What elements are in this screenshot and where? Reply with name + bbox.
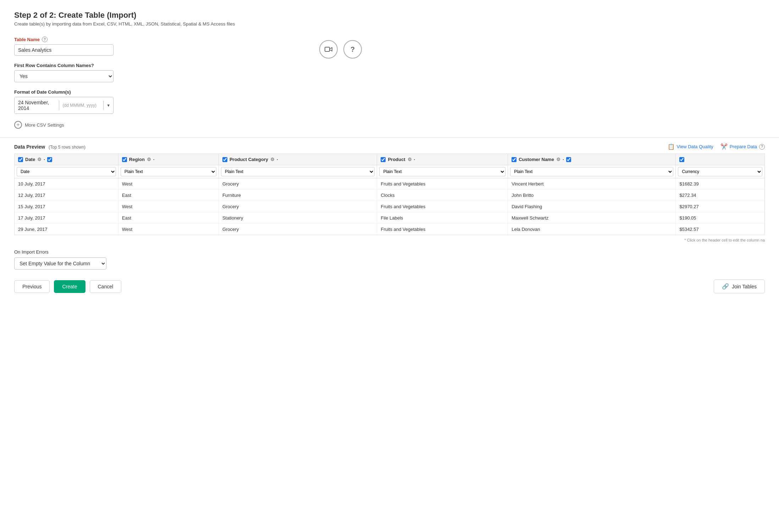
right-panel: ? [319,37,362,59]
col-type-product-category[interactable]: Plain Text Date Number [219,165,377,178]
data-preview-table: Date ⚙ · Region ⚙ · [15,154,764,235]
col-settings-customer-name[interactable]: ⚙ [556,157,560,162]
table-cell: Fruits and Vegetables [377,201,508,212]
table-cell: West [118,201,219,212]
table-body: 10 July, 2017WestGroceryFruits and Veget… [15,178,764,235]
section-divider [0,137,779,138]
table-cell: Fruits and Vegetables [377,224,508,235]
help-button[interactable]: ? [343,40,362,59]
on-import-select[interactable]: Set Empty Value for the Column Skip Row … [14,257,106,270]
page-title: Step 2 of 2: Create Table (Import) [14,11,765,20]
svg-rect-0 [325,47,330,51]
table-cell: Stationery [219,212,377,224]
col-type-region[interactable]: Plain Text Date Number [118,165,219,178]
type-select-date[interactable]: Date Plain Text Number [17,167,116,176]
col-type-amount[interactable]: Currency Plain Text Number [676,165,764,178]
date-format-value: 24 November, 2014 [15,97,59,113]
table-row: 15 July, 2017WestGroceryFruits and Veget… [15,201,764,212]
create-button[interactable]: Create [54,280,85,293]
prepare-data-icon: ✂️ [720,143,728,150]
table-cell: 29 June, 2017 [15,224,118,235]
table-cell: File Labels [377,212,508,224]
table-row: 12 July, 2017EastFurnitureClocksJohn Bri… [15,190,764,201]
col-header-region[interactable]: Region ⚙ · [118,154,219,165]
table-cell: East [118,190,219,201]
col-checkbox-region[interactable] [122,157,127,162]
col-header-customer-name[interactable]: Customer Name ⚙ · [508,154,676,165]
page-subtitle: Create table(s) by importing data from E… [14,21,765,27]
data-preview-subtitle: (Top 5 rows shown) [49,145,85,150]
col-checkbox-product[interactable] [381,157,386,162]
data-quality-icon: 📋 [668,143,675,150]
on-import-label: On Import Errors [14,249,765,255]
col-settings-date[interactable]: ⚙ [37,157,42,162]
bottom-actions: Previous Create Cancel 🔗 Join Tables [14,279,765,293]
col-checkbox-date[interactable] [18,157,23,162]
date-dropdown-icon[interactable]: ▼ [103,101,113,110]
table-cell: 17 July, 2017 [15,212,118,224]
col-header-product-category[interactable]: Product Category ⚙ · [219,154,377,165]
first-row-label: First Row Contains Column Names? [14,63,305,68]
video-icon [325,46,332,52]
prepare-data-help-icon[interactable]: ? [759,144,765,150]
col-header-amount[interactable] [676,154,764,165]
table-cell: Clocks [377,190,508,201]
table-cell: $1682.39 [676,178,764,190]
data-preview-title: Data Preview [14,144,45,150]
col-checkbox-customer-name2[interactable] [566,157,571,162]
table-row: 10 July, 2017WestGroceryFruits and Veget… [15,178,764,190]
col-checkbox-date2[interactable] [47,157,52,162]
table-cell: Lela Donovan [508,224,676,235]
col-header-product[interactable]: Product ⚙ · [377,154,508,165]
date-format-row: 24 November, 2014 (dd MMMM, yyyy) ▼ [14,97,114,114]
type-select-customer-name[interactable]: Plain Text Date Number [510,167,673,176]
table-cell: West [118,178,219,190]
data-table-wrapper: Date ⚙ · Region ⚙ · [14,154,765,235]
table-cell: Fruits and Vegetables [377,178,508,190]
table-cell: Vincent Herbert [508,178,676,190]
col-type-customer-name[interactable]: Plain Text Date Number [508,165,676,178]
col-checkbox-customer-name[interactable] [512,157,516,162]
table-cell: $190.05 [676,212,764,224]
click-note: * Click on the header cell to edit the c… [14,238,765,242]
first-row-select[interactable]: Yes No [14,70,114,82]
question-icon: ? [350,45,355,54]
table-name-input[interactable] [14,44,114,56]
type-select-product-category[interactable]: Plain Text Date Number [221,167,375,176]
table-cell: 15 July, 2017 [15,201,118,212]
first-row-field: First Row Contains Column Names? Yes No [14,63,305,82]
col-settings-region[interactable]: ⚙ [147,157,151,162]
table-cell: West [118,224,219,235]
type-select-amount[interactable]: Currency Plain Text Number [678,167,762,176]
col-settings-product-category[interactable]: ⚙ [270,157,275,162]
more-csv-settings[interactable]: + More CSV Settings [14,121,305,129]
join-tables-button[interactable]: 🔗 Join Tables [714,279,765,293]
table-cell: Grocery [219,201,377,212]
table-row: 29 June, 2017WestGroceryFruits and Veget… [15,224,764,235]
table-cell: $272.34 [676,190,764,201]
type-select-region[interactable]: Plain Text Date Number [121,167,216,176]
type-select-product[interactable]: Plain Text Date Number [379,167,505,176]
col-type-date[interactable]: Date Plain Text Number [15,165,118,178]
table-cell: Grocery [219,178,377,190]
table-cell: 12 July, 2017 [15,190,118,201]
date-format-label: Format of Date Column(s) [14,89,305,95]
table-cell: Furniture [219,190,377,201]
col-checkbox-product-category[interactable] [222,157,227,162]
table-row: 17 July, 2017EastStationeryFile LabelsMa… [15,212,764,224]
table-cell: Grocery [219,224,377,235]
col-type-product[interactable]: Plain Text Date Number [377,165,508,178]
data-preview-title-group: Data Preview (Top 5 rows shown) [14,144,85,150]
col-checkbox-amount[interactable] [679,157,684,162]
cancel-button[interactable]: Cancel [90,280,122,293]
video-button[interactable] [319,40,338,59]
previous-button[interactable]: Previous [14,280,50,293]
column-types-row: Date Plain Text Number Plain Text Date N… [15,165,764,178]
table-name-help-icon[interactable]: ? [42,37,48,42]
table-cell: David Flashing [508,201,676,212]
column-headers-row: Date ⚙ · Region ⚙ · [15,154,764,165]
prepare-data-link[interactable]: ✂️ Prepare Data ? [720,143,765,150]
col-header-date[interactable]: Date ⚙ · [15,154,118,165]
view-data-quality-link[interactable]: 📋 View Data Quality [668,143,713,150]
col-settings-product[interactable]: ⚙ [408,157,412,162]
